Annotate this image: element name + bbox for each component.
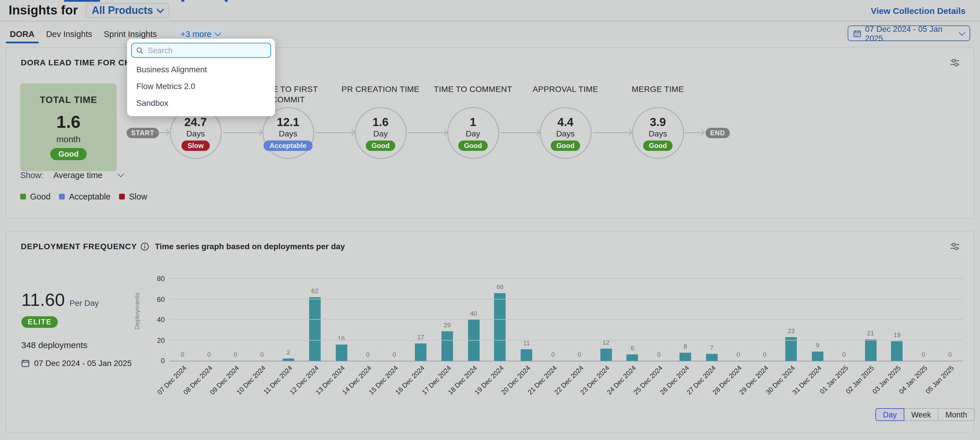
y-axis-title: Deployments	[134, 293, 140, 330]
granularity-button-week[interactable]: Week	[904, 408, 939, 421]
bar-value-label: 40	[461, 310, 487, 317]
chart-slot: 014 Dec 2024	[355, 261, 381, 361]
stage-unit: Days	[279, 129, 297, 138]
deployment-rate: 11.60 Per Day	[21, 290, 99, 311]
stage-unit: Days	[556, 129, 575, 138]
info-icon[interactable]	[140, 242, 149, 251]
dropdown-item-business-alignment[interactable]: Business Alignment	[131, 61, 271, 78]
stage-value: 3.9	[650, 115, 666, 128]
bar-value-label: 0	[751, 351, 778, 358]
legend-label: Slow	[129, 192, 147, 201]
stage-unit: Day	[373, 129, 388, 138]
show-label: Show:	[20, 171, 44, 180]
bar-value-label: 0	[249, 351, 275, 358]
bar-value-label: 0	[196, 351, 223, 358]
bar	[309, 297, 321, 361]
chevron-down-icon	[959, 29, 965, 35]
bar	[865, 339, 876, 361]
view-collection-details-link[interactable]: View Collection Details	[871, 5, 966, 15]
flow-arrow	[685, 132, 703, 133]
stage-node: 1.6DayGood	[355, 107, 407, 159]
tab-dora[interactable]: DORA	[10, 21, 34, 47]
tab-dev-insights[interactable]: Dev Insights	[46, 21, 92, 47]
chart-slot: 2917 Dec 2024	[434, 261, 461, 361]
gridline	[169, 340, 963, 340]
chart-slot: 624 Dec 2024	[619, 261, 646, 361]
gridline	[169, 319, 963, 320]
stage-value: 4.4	[557, 115, 573, 128]
bar	[812, 352, 823, 361]
legend-label: Good	[30, 192, 51, 201]
chart-slot: 022 Dec 2024	[566, 261, 593, 361]
chart-slot: 931 Dec 2024	[804, 261, 831, 361]
stage-unit: Days	[186, 129, 205, 138]
chart-settings-icon[interactable]	[950, 241, 960, 252]
chart-slot: 1903 Jan 2025	[884, 261, 910, 361]
bar-value-label: 0	[725, 351, 751, 358]
y-axis-tick: 60	[143, 295, 165, 303]
bar-value-label: 29	[434, 321, 461, 328]
dropdown-search-input[interactable]	[146, 45, 266, 55]
deployment-date-range: 07 Dec 2024 - 05 Jan 2025	[21, 359, 132, 368]
bar-value-label: 0	[355, 351, 381, 358]
more-tabs-dropdown: Business AlignmentFlow Metrics 2.0Sandbo…	[127, 39, 275, 116]
stage-node: 4.4DaysGood	[539, 107, 592, 159]
chart-slot: 4018 Dec 2024	[461, 261, 487, 361]
x-axis-label: 04 Jan 2025	[898, 364, 929, 395]
dropdown-item-flow-metrics-2-0[interactable]: Flow Metrics 2.0	[131, 78, 271, 94]
chart-slot: 001 Jan 2025	[831, 261, 858, 361]
total-time-value: 1.6	[56, 113, 80, 131]
chart-slot: 008 Dec 2024	[196, 261, 223, 361]
flow-end-node: END	[706, 128, 730, 138]
chart-slot: 1716 Dec 2024	[407, 261, 434, 361]
legend-item-good: Good	[20, 192, 51, 201]
performance-badge: ELITE	[21, 316, 58, 328]
bar-value-label: 2	[275, 349, 302, 356]
chart-slot: 2330 Dec 2024	[778, 261, 805, 361]
x-axis-label: 03 Jan 2025	[871, 364, 902, 395]
bar-value-label: 62	[302, 287, 328, 294]
y-axis-tick: 20	[143, 336, 165, 344]
chart-slot: 727 Dec 2024	[698, 261, 725, 361]
page-header: Insights for All Products View Collectio…	[0, 0, 980, 21]
deployment-date-range-label: 07 Dec 2024 - 05 Jan 2025	[34, 359, 132, 368]
deployment-rate-unit: Per Day	[70, 298, 99, 308]
dropdown-item-sandbox[interactable]: Sandbox	[131, 94, 271, 111]
granularity-button-day[interactable]: Day	[875, 408, 904, 421]
deployment-frequency-title-text: DEPLOYMENT FREQUENCY	[21, 242, 137, 251]
more-tabs-label: +3 more	[181, 29, 212, 39]
y-axis-tick: 0	[143, 357, 165, 365]
bar	[441, 331, 453, 361]
dropdown-search-box[interactable]	[131, 43, 271, 58]
bar	[283, 359, 294, 361]
bar-value-label: 66	[487, 283, 514, 290]
stage-status-badge: Good	[366, 140, 396, 151]
bar-value-label: 0	[540, 351, 566, 358]
chart-settings-icon[interactable]	[950, 57, 960, 68]
bar	[785, 337, 797, 361]
flow-arrow	[223, 132, 261, 133]
legend-swatch	[119, 194, 125, 199]
bar-value-label: 19	[884, 332, 910, 338]
chart-slot: 029 Dec 2024	[751, 261, 778, 361]
x-axis-label: 02 Jan 2025	[845, 364, 876, 395]
date-range-picker[interactable]: 07 Dec 2024 - 05 Jan 2025	[848, 26, 970, 41]
chart-slot: 826 Dec 2024	[672, 261, 698, 361]
stage-value: 12.1	[277, 115, 299, 128]
granularity-button-month[interactable]: Month	[939, 408, 975, 421]
stage-label-pr-creation-time: PR CREATION TIME	[337, 84, 424, 94]
chart-slot: 010 Dec 2024	[249, 261, 275, 361]
bar-value-label: 7	[698, 344, 725, 351]
stage-value: 1.6	[372, 115, 388, 128]
chevron-down-icon	[215, 30, 221, 37]
collection-selector-button[interactable]: All Products	[86, 3, 169, 18]
gridline	[169, 278, 963, 279]
chevron-down-icon	[118, 171, 124, 177]
bar	[521, 349, 533, 361]
show-metric-select[interactable]: Show: Average time	[20, 171, 123, 180]
bar	[494, 293, 506, 361]
chart-slot: 6212 Dec 2024	[302, 261, 328, 361]
bar-value-label: 0	[831, 351, 858, 358]
chart-slot: 2102 Jan 2025	[857, 261, 884, 361]
search-icon	[136, 46, 143, 54]
